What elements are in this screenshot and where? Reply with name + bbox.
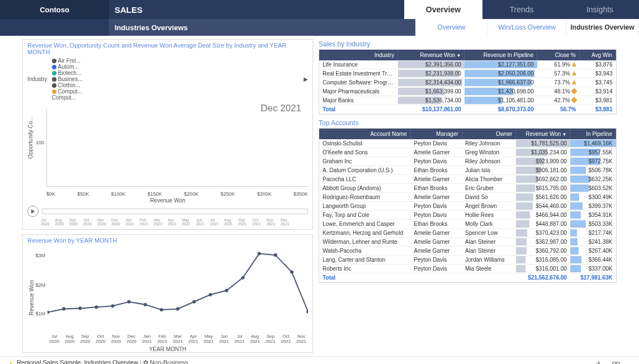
table-row[interactable]: Lang, Carter and StantonPeyton DavisJord… xyxy=(319,256,616,264)
legend-item[interactable]: Comput... xyxy=(52,88,83,94)
total-row: Total$10,137,861.00$8,670,373.0056.7%$3,… xyxy=(319,105,616,114)
kpi-up-icon xyxy=(572,71,576,75)
table-row[interactable]: Kertzmann, Herzog and GerholdAmelie Garn… xyxy=(319,229,616,238)
table-row[interactable]: Pacocha LLCAmelie GarnerAlicia Thomber$6… xyxy=(319,175,616,184)
legend-item[interactable]: Comput... xyxy=(52,94,83,101)
legend-item[interactable]: Clothin... xyxy=(52,82,83,88)
sensitivity-label: Non-Business xyxy=(150,359,188,364)
legend-item[interactable]: Busines... xyxy=(52,76,83,82)
kpi-diamond-icon xyxy=(571,97,577,103)
svg-point-4 xyxy=(94,305,98,309)
scatter-legend[interactable]: Industry Air Frei... Autom... Biotech...… xyxy=(23,58,313,103)
table-row[interactable]: Major Banks$1,536,734.00$1,105,481.0042.… xyxy=(319,96,616,105)
svg-point-12 xyxy=(225,289,228,292)
total-row: Total$21,562,676.00$17,981.63K xyxy=(319,273,616,282)
brand-logo: Contoso xyxy=(0,0,109,19)
scatter-plot-area[interactable] xyxy=(46,108,308,187)
svg-point-5 xyxy=(111,304,114,308)
svg-point-7 xyxy=(144,303,147,306)
table-row[interactable]: Computer Software: Progra...$2,314,434.0… xyxy=(319,78,616,87)
subtab-win-loss-overview[interactable]: Win/Loss Overview xyxy=(488,19,566,36)
svg-point-13 xyxy=(241,276,244,280)
table-row[interactable]: Major Pharmaceuticals$1,663,399.00$1,420… xyxy=(319,87,616,96)
scatter-title: Revenue Won, Opportunity Count and Reven… xyxy=(23,40,313,58)
table-row[interactable]: Walsh-PacochaAmelie GarnerAlan Steiner$3… xyxy=(319,247,616,256)
timeline-slider[interactable] xyxy=(42,209,308,214)
legend-item[interactable]: Biotech... xyxy=(52,70,83,76)
column-header[interactable]: Industry xyxy=(319,50,398,60)
sensitivity-icon: ✿ xyxy=(143,359,148,364)
column-header[interactable]: Close % xyxy=(537,50,580,60)
breadcrumb-link[interactable]: Regional Sales Sample, Industries Overvi… xyxy=(17,359,138,364)
report-title: SALES xyxy=(109,0,305,19)
industry-title: Sales by Industry xyxy=(319,39,617,49)
svg-point-6 xyxy=(127,300,131,304)
kpi-diamond-icon xyxy=(571,88,577,94)
table-row[interactable]: Abbott Group (Andorra)Ethan BrooksEric G… xyxy=(319,184,616,193)
accounts-table[interactable]: Account NameManagerOwnerRevenue Won▼In P… xyxy=(319,129,616,282)
tab-overview[interactable]: Overview xyxy=(404,0,482,19)
svg-marker-0 xyxy=(31,209,35,214)
sub-nav: Industries Overviews OverviewWin/Loss Ov… xyxy=(0,19,639,36)
table-row[interactable]: Roberts IncPeyton DavisMia Steele$316,00… xyxy=(319,264,616,273)
svg-point-8 xyxy=(160,308,163,311)
svg-point-17 xyxy=(306,310,308,313)
subtab-overview[interactable]: Overview xyxy=(415,19,488,36)
grid-view-icon[interactable] xyxy=(612,362,620,364)
line-title: Revenue Won by YEAR MONTH xyxy=(23,235,313,246)
table-row[interactable]: A. Datum Corporation (U.S.)Ethan BrooksJ… xyxy=(319,166,616,175)
column-header[interactable]: Avg Win xyxy=(580,50,616,60)
industry-table[interactable]: IndustryRevenue Won▼Revenue In PipelineC… xyxy=(319,50,616,114)
page-subtitle: Industries Overviews xyxy=(109,19,305,36)
tab-trends[interactable]: Trends xyxy=(482,0,561,19)
top-nav: Contoso SALES OverviewTrendsInsights xyxy=(0,0,639,19)
play-button[interactable] xyxy=(27,206,39,217)
table-row[interactable]: Wilderman, Lehner and RunteAmelie Garner… xyxy=(319,238,616,247)
svg-point-3 xyxy=(78,306,82,310)
svg-point-15 xyxy=(274,253,277,257)
table-row[interactable]: Graham IncPeyton DavisRiley Johnson$923,… xyxy=(319,157,616,166)
footer-bar: Regional Sales Sample, Industries Overvi… xyxy=(0,356,639,364)
table-row[interactable]: Fay, Torp and ColePeyton DavisHollie Ree… xyxy=(319,211,616,220)
kpi-up-icon xyxy=(572,80,576,84)
table-row[interactable]: Life Insurance$2,391,356.00$2,127,351.00… xyxy=(319,60,616,69)
subtab-industries-overview[interactable]: Industries Overview xyxy=(566,19,639,36)
svg-point-10 xyxy=(192,300,196,304)
svg-point-16 xyxy=(290,270,294,273)
column-header[interactable]: Revenue Won▼ xyxy=(398,50,465,60)
column-header[interactable]: Owner xyxy=(462,129,516,139)
column-header[interactable]: Revenue In Pipeline xyxy=(465,50,537,60)
kpi-up-icon xyxy=(572,62,576,67)
column-header[interactable]: Manager xyxy=(410,129,462,139)
legend-next-icon[interactable]: ▶ xyxy=(304,76,308,82)
column-header[interactable]: In Pipeline xyxy=(570,129,616,139)
chart-view-icon[interactable]: ˆ xyxy=(593,362,604,364)
column-header[interactable]: Revenue Won▼ xyxy=(516,129,570,139)
legend-item[interactable]: Air Frei... xyxy=(52,58,83,64)
table-row[interactable]: Langworth GroupPeyton DavisAngel Brown$5… xyxy=(319,202,616,211)
svg-point-2 xyxy=(62,307,65,310)
column-header[interactable]: Account Name xyxy=(319,129,410,139)
table-row[interactable]: Real Estate Investment Trusts$2,231,938.… xyxy=(319,69,616,78)
svg-point-9 xyxy=(176,307,179,310)
tab-insights[interactable]: Insights xyxy=(561,0,639,19)
accounts-section: Top Accounts Account NameManagerOwnerRev… xyxy=(319,118,617,283)
svg-point-1 xyxy=(48,310,49,314)
line-plot-area[interactable] xyxy=(48,249,308,334)
line-card[interactable]: Revenue Won by YEAR MONTH Revenue Won $3… xyxy=(22,234,313,353)
table-row[interactable]: Rodriguez-RosenbaumAmelie GarnerDavid So… xyxy=(319,193,616,202)
scatter-card[interactable]: Revenue Won, Opportunity Count and Reven… xyxy=(22,39,313,230)
svg-point-11 xyxy=(209,293,212,296)
accounts-title: Top Accounts xyxy=(319,118,617,128)
svg-point-14 xyxy=(258,252,261,256)
table-row[interactable]: Osinski-SchulistPeyton DavisRiley Johnso… xyxy=(319,139,616,148)
legend-item[interactable]: Autom... xyxy=(52,64,83,70)
table-row[interactable]: O'Keefe and SonsAmelie GarnerGreg Winsto… xyxy=(319,148,616,157)
industry-section: Sales by Industry IndustryRevenue Won▼Re… xyxy=(319,39,617,115)
table-row[interactable]: Lowe, Emmerich and CasperEthan BrooksMol… xyxy=(319,220,616,229)
